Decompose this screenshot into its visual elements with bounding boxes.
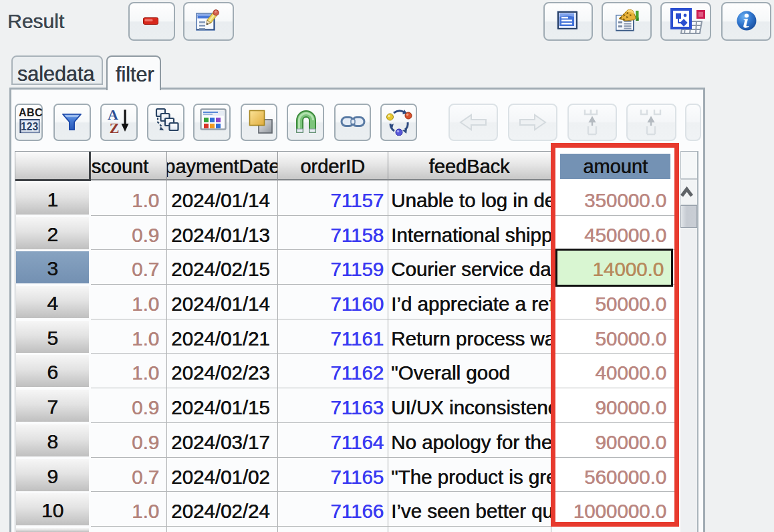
svg-text:123: 123 bbox=[21, 121, 38, 132]
